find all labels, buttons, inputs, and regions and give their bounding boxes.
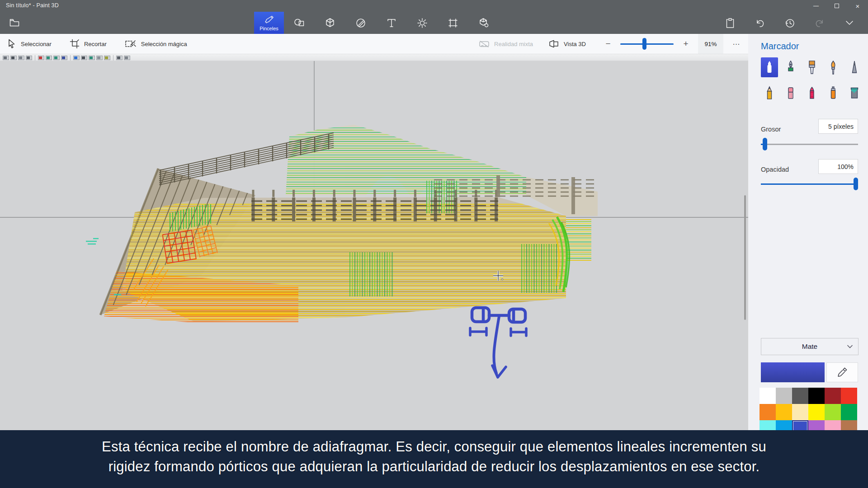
zoom-in-button[interactable]: + (681, 39, 691, 49)
embedded-app-toolbar (0, 54, 748, 61)
palette-color[interactable] (841, 388, 857, 404)
zoom-slider[interactable] (620, 38, 674, 50)
drawing-canvas[interactable] (0, 54, 748, 430)
brush-pencil[interactable] (761, 83, 778, 103)
mini-tool-icon[interactable] (10, 56, 17, 60)
zoom-percent[interactable]: 91% (698, 34, 723, 54)
palette-color[interactable] (841, 404, 857, 420)
brush-fill[interactable] (846, 83, 863, 103)
opacity-input[interactable]: 100% (818, 159, 858, 174)
brush-watercolor[interactable] (825, 57, 842, 77)
current-color-swatch[interactable] (761, 362, 825, 382)
opacity-slider[interactable] (761, 178, 858, 190)
magic-select-label: Selección mágica (141, 41, 187, 47)
tab-2d-shapes[interactable] (284, 12, 315, 34)
mini-tool-icon[interactable] (3, 56, 9, 60)
mini-tool-icon[interactable] (116, 56, 123, 60)
close-button[interactable]: × (847, 0, 868, 12)
mini-tool-icon[interactable] (61, 56, 67, 60)
brush-crayon[interactable] (803, 83, 821, 103)
view-3d-label: Vista 3D (564, 41, 586, 47)
mini-tool-icon[interactable] (38, 56, 44, 60)
mini-tool-icon[interactable] (89, 56, 95, 60)
mini-tool-icon[interactable] (81, 56, 87, 60)
window-title: Sin título* - Paint 3D (6, 2, 59, 9)
palette-color[interactable] (825, 404, 841, 420)
mini-tool-icon[interactable] (53, 56, 60, 60)
brush-calligraphy-pen[interactable] (782, 57, 799, 77)
view-3d-button[interactable]: Vista 3D (548, 39, 586, 49)
view-3d-icon (548, 39, 559, 49)
zoom-out-button[interactable]: − (603, 39, 613, 49)
subtitle-line-2: rigidez formando pórticos que adquieran … (0, 457, 868, 477)
chevron-down-icon (847, 344, 853, 349)
palette-color[interactable] (808, 404, 825, 420)
brush-spray-can[interactable] (825, 83, 842, 103)
brush-eraser[interactable] (782, 83, 799, 103)
brush-marker[interactable] (761, 57, 778, 77)
eraser-icon (784, 86, 797, 100)
paste-button[interactable] (715, 12, 745, 34)
palette-color[interactable] (792, 404, 808, 420)
palette-color[interactable] (792, 388, 808, 404)
mini-tool-icon[interactable] (46, 56, 52, 60)
mini-tool-icon[interactable] (18, 56, 24, 60)
ribbon: Seleccionar Recortar Selección mágica Re… (0, 34, 748, 54)
pixel-pen-icon (848, 60, 861, 75)
mini-tool-icon[interactable] (124, 56, 130, 60)
palette-color[interactable] (760, 404, 776, 420)
tab-stickers[interactable] (345, 12, 376, 34)
redo-icon (814, 18, 825, 28)
ribbon-left: Seleccionar Recortar Selección mágica (7, 34, 187, 54)
canvas-3d-model (0, 54, 748, 430)
ribbon-overflow-button[interactable]: … (731, 38, 744, 50)
spray-can-icon (826, 86, 840, 100)
chevron-down-icon (845, 20, 854, 26)
mini-tool-icon[interactable] (96, 56, 103, 60)
minimize-button[interactable]: — (806, 0, 826, 12)
mini-tool-icon[interactable] (104, 56, 110, 60)
thickness-slider[interactable] (761, 138, 858, 150)
finish-dropdown[interactable]: Mate (761, 338, 859, 355)
palette-color[interactable] (760, 388, 776, 404)
mixed-reality-label: Realidad mixta (494, 41, 533, 47)
separator (70, 55, 71, 61)
mini-tool-icon[interactable] (26, 56, 32, 60)
crop-button[interactable]: Recortar (70, 39, 107, 49)
canvas-vertical-scrollbar[interactable] (744, 195, 746, 320)
tab-canvas[interactable] (438, 12, 468, 34)
eyedropper-button[interactable] (826, 362, 858, 382)
magic-select-button[interactable]: Selección mágica (125, 39, 187, 49)
tab-brushes[interactable]: Pinceles (254, 12, 284, 34)
expand-button[interactable] (835, 12, 864, 34)
brush-grid (761, 57, 863, 103)
opacity-slider-thumb[interactable] (854, 178, 858, 190)
mini-tool-icon[interactable] (73, 56, 80, 60)
undo-button[interactable] (745, 12, 775, 34)
palette-color[interactable] (776, 388, 792, 404)
menu-button[interactable] (8, 17, 21, 28)
history-button[interactable] (775, 12, 805, 34)
brush-icon (264, 15, 274, 25)
subtitle-line-1: Esta técnica recibe el nombre de adiafra… (0, 437, 868, 457)
tab-effects[interactable] (407, 12, 438, 34)
fill-icon (848, 86, 861, 100)
mixed-reality-button[interactable]: Realidad mixta (479, 39, 533, 48)
maximize-button[interactable] (826, 0, 847, 12)
thickness-input[interactable]: 5 píxeles (818, 119, 858, 134)
tab-3d-library[interactable] (468, 12, 499, 34)
2d-shapes-icon (293, 17, 305, 29)
redo-button[interactable] (805, 12, 835, 34)
thickness-slider-thumb[interactable] (763, 138, 767, 150)
brush-pixel-pen[interactable] (846, 57, 863, 77)
tab-3d-shapes[interactable] (315, 12, 345, 34)
select-button[interactable]: Seleccionar (7, 39, 52, 49)
palette-color[interactable] (825, 388, 841, 404)
zoom-slider-track[interactable] (620, 43, 674, 45)
palette-color[interactable] (808, 388, 825, 404)
brush-oil-brush[interactable] (803, 57, 821, 77)
oil-brush-icon (805, 60, 819, 75)
palette-color[interactable] (776, 404, 792, 420)
tab-text[interactable] (376, 12, 407, 34)
zoom-slider-thumb[interactable] (642, 38, 646, 50)
